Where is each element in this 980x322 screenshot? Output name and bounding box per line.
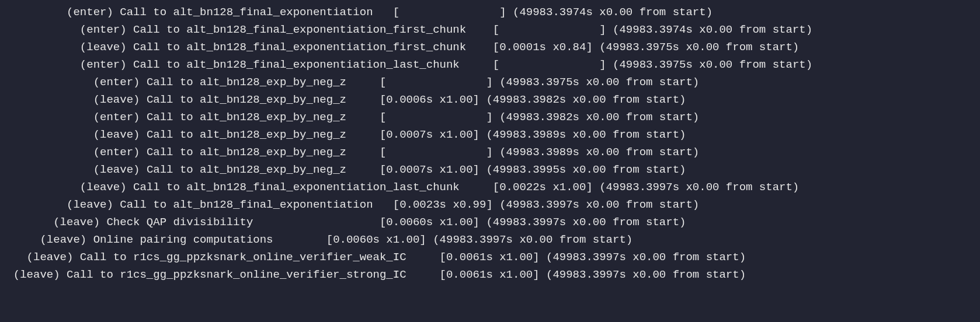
log-timing-bracket: [0.0061s x1.00] [440,268,540,281]
log-event: (leave) [67,198,113,211]
log-meta: (49983.3989s x0.00 from start) [486,128,686,141]
log-label: Call to alt_bn128_final_exponentiation_f… [133,23,466,36]
log-line: (leave) Check QAP divisibility [0.0060s … [0,214,980,231]
log-line: (leave) Call to alt_bn128_final_exponent… [0,178,980,196]
log-line: (enter) Call to alt_bn128_exp_by_neg_z [… [0,108,980,126]
log-meta: (49983.3975s x0.00 from start) [499,76,699,89]
indent [0,128,93,141]
log-timing-bracket: [0.0060s x1.00] [326,233,426,246]
indent [0,58,80,71]
log-label: Call to alt_bn128_exp_by_neg_z [147,146,346,159]
indent [0,233,40,246]
log-label: Call to alt_bn128_exp_by_neg_z [147,111,346,124]
log-timing-bracket: [0.0007s x1.00] [380,128,479,141]
indent [0,93,93,106]
log-timing-bracket: [ ] [493,23,606,36]
log-timing-bracket: [ ] [493,58,606,71]
log-line: (leave) Call to alt_bn128_final_exponent… [0,196,980,214]
log-label: Call to alt_bn128_final_exponentiation_f… [133,41,466,54]
log-meta: (49983.3975s x0.00 from start) [613,58,812,71]
log-meta: (49983.3974s x0.00 from start) [513,6,713,19]
log-label: Call to alt_bn128_exp_by_neg_z [147,163,346,176]
log-meta: (49983.3974s x0.00 from start) [613,23,812,36]
log-timing-bracket: [0.0007s x1.00] [380,163,479,176]
log-label: Call to alt_bn128_final_exponentiation [120,6,373,19]
log-line: (enter) Call to alt_bn128_final_exponent… [0,21,980,38]
log-timing-bracket: [0.0061s x1.00] [440,251,540,264]
log-event: (leave) [80,181,127,194]
log-event: (enter) [93,76,140,89]
log-event: (enter) [80,23,127,36]
log-label: Call to r1cs_gg_ppzksnark_online_verifie… [67,268,406,281]
log-label: Call to alt_bn128_exp_by_neg_z [147,93,346,106]
log-label: Call to r1cs_gg_ppzksnark_online_verifie… [80,251,406,264]
log-label: Call to alt_bn128_final_exponentiation_l… [133,181,460,194]
log-label: Check QAP divisibility [106,216,253,229]
log-meta: (49983.3975s x0.00 from start) [599,41,799,54]
indent [0,146,93,159]
log-line: (leave) Call to r1cs_gg_ppzksnark_online… [0,249,980,266]
indent [0,6,67,19]
log-event: (leave) [93,128,140,141]
indent [0,41,80,54]
log-event: (leave) [93,93,140,106]
log-line: (enter) Call to alt_bn128_final_exponent… [0,56,980,74]
log-meta: (49983.3989s x0.00 from start) [499,146,699,159]
log-event: (enter) [80,58,127,71]
indent [0,23,80,36]
log-event: (leave) [13,268,60,281]
indent [0,76,93,89]
log-label: Call to alt_bn128_exp_by_neg_z [147,76,346,89]
indent [0,163,93,176]
log-event: (leave) [53,216,100,229]
log-meta: (49983.3997s x0.00 from start) [486,216,686,229]
log-label: Call to alt_bn128_final_exponentiation [120,198,373,211]
log-event: (enter) [93,111,140,124]
log-timing-bracket: [ ] [380,146,493,159]
log-meta: (49983.3997s x0.00 from start) [546,251,746,264]
log-event: (enter) [93,146,140,159]
indent [0,111,93,124]
log-line: (enter) Call to alt_bn128_exp_by_neg_z [… [0,144,980,161]
log-meta: (49983.3997s x0.00 from start) [433,233,633,246]
log-timing-bracket: [0.0022s x1.00] [493,181,593,194]
log-label: Call to alt_bn128_exp_by_neg_z [147,128,346,141]
indent [0,268,13,281]
indent [0,198,67,211]
log-line: (leave) Call to alt_bn128_exp_by_neg_z [… [0,161,980,178]
log-timing-bracket: [ ] [380,111,493,124]
log-timing-bracket: [0.0006s x1.00] [380,93,479,106]
log-meta: (49983.3997s x0.00 from start) [599,181,799,194]
log-timing-bracket: [0.0023s x0.99] [393,198,493,211]
log-meta: (49983.3997s x0.00 from start) [499,198,699,211]
log-event: (enter) [67,6,113,19]
log-timing-bracket: [0.0001s x0.84] [493,41,593,54]
log-line: (enter) Call to alt_bn128_final_exponent… [0,4,980,21]
log-line: (leave) Call to alt_bn128_exp_by_neg_z [… [0,91,980,108]
log-event: (leave) [40,233,86,246]
log-event: (leave) [80,41,127,54]
log-label: Call to alt_bn128_final_exponentiation_l… [133,58,460,71]
log-timing-bracket: [0.0060s x1.00] [380,216,479,229]
log-line: (leave) Call to alt_bn128_final_exponent… [0,38,980,56]
log-meta: (49983.3997s x0.00 from start) [546,268,746,281]
log-timing-bracket: [ ] [393,6,506,19]
log-meta: (49983.3982s x0.00 from start) [499,111,699,124]
log-line: (enter) Call to alt_bn128_exp_by_neg_z [… [0,74,980,91]
log-event: (leave) [93,163,140,176]
terminal-output: (enter) Call to alt_bn128_final_exponent… [0,0,980,287]
log-label: Online pairing computations [93,233,273,246]
log-line: (leave) Call to alt_bn128_exp_by_neg_z [… [0,126,980,144]
log-event: (leave) [27,251,74,264]
log-meta: (49983.3982s x0.00 from start) [486,93,686,106]
log-meta: (49983.3995s x0.00 from start) [486,163,686,176]
log-line: (leave) Online pairing computations [0.0… [0,231,980,249]
log-line: (leave) Call to r1cs_gg_ppzksnark_online… [0,266,980,284]
log-timing-bracket: [ ] [380,76,493,89]
indent [0,181,80,194]
indent [0,251,27,264]
indent [0,216,53,229]
